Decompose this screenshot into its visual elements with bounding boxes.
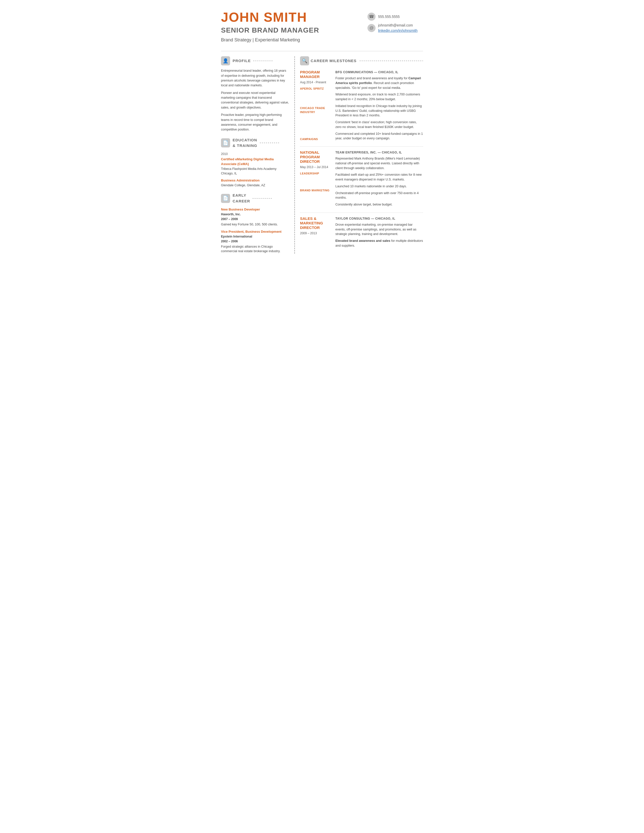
education-section-title: EDUCATION& TRAINING: [233, 137, 280, 149]
milestone-left-2: NATIONAL PROGRAMDIRECTOR May 2013 – Jul …: [300, 150, 335, 209]
linkedin-link[interactable]: linkedin.com/in/johnsmith: [378, 29, 417, 32]
profile-para-1: Entrepreneurial brand leader, offering 1…: [221, 68, 289, 88]
edu-degree-name: Business Administration: [221, 178, 289, 183]
bullet-2-2: Facilitated swift start-up and 25%+ conv…: [335, 172, 423, 182]
profile-section-title: PROFILE: [233, 58, 274, 64]
early-job-title-1: New Business Developer: [221, 207, 289, 212]
bullet-1-1: Foster product and brand awareness and l…: [335, 76, 423, 90]
job-tag-2b: BRAND MARKETING: [300, 188, 335, 193]
early-job-desc-1: Gained key Fortune 50, 100, 500 clients.: [221, 222, 289, 227]
milestone-right-2: TEAM ENTERPRISES, INC. — CHICAGO, IL Rep…: [335, 150, 423, 209]
profile-para-3: Proactive leader, preparing high-perform…: [221, 113, 289, 132]
early-career-section: 📄 EARLYCAREER New Business Developer Haw…: [221, 193, 289, 254]
main-content: 👤 PROFILE Entrepreneurial brand leader, …: [221, 56, 423, 254]
company-2: TEAM ENTERPRISES, INC. — CHICAGO, IL: [335, 150, 423, 155]
candidate-title: SENIOR BRAND MANAGER: [221, 25, 319, 35]
early-job-1: New Business Developer Haworth, Inc. 200…: [221, 207, 289, 227]
profile-paragraphs: Entrepreneurial brand leader, offering 1…: [221, 68, 289, 132]
phone-number: 555.555.5555: [378, 14, 400, 19]
bullet-2-4: Orchestrated off-premise program with ov…: [335, 191, 423, 200]
early-job-desc-2: Forged strategic alliances in Chicago co…: [221, 244, 289, 254]
job-tag-1a: APEROL SPRITZ: [300, 87, 335, 91]
candidate-subtitle: Brand Strategy | Experiential Marketing: [221, 37, 319, 43]
bullet-3-1: Drove experiential marketing, on-premise…: [335, 222, 423, 236]
bullet-1-2: Widened brand exposure, on track to reac…: [335, 92, 423, 102]
edu-degree-school: Glendale College, Glendale, AZ: [221, 183, 289, 188]
early-job-title-2: Vice President, Business Development: [221, 229, 289, 234]
phone-icon: ☎: [367, 13, 375, 21]
edu-school-1: Tribeca Flashpoint Media Arts Academy: [221, 167, 289, 171]
bullet-3-2: Elevated brand awareness and sales for m…: [335, 238, 423, 248]
edu-location-1: Chicago, IL: [221, 171, 289, 176]
education-section-header: 📄 EDUCATION& TRAINING: [221, 137, 289, 149]
right-column: 🔍 CAREER MILESTONES PROGRAMMANAGER Aug 2…: [294, 56, 423, 254]
early-career-title: EARLYCAREER: [233, 193, 273, 204]
early-job-dates-2: 2002 – 2006: [221, 239, 289, 244]
edu-cert-1: Certified eMarketing Digital Media Assoc…: [221, 157, 289, 167]
job-title-3: SALES & MARKETINGDIRECTOR: [300, 216, 335, 230]
profile-section-header: 👤 PROFILE: [221, 56, 289, 65]
job-dates-2: May 2013 – Jul 2014: [300, 165, 335, 169]
milestone-left-3: SALES & MARKETINGDIRECTOR 2009 – 2013: [300, 216, 335, 250]
milestone-right-1: BFG COMMUNICATIONS — CHICAGO, IL Foster …: [335, 70, 423, 143]
edu-year-1: 2010: [221, 152, 289, 156]
bullet-2-3: Launched 10 markets nationwide in under …: [335, 184, 423, 189]
bullet-2-1: Represented Mark Anthony Brands (Mike's …: [335, 156, 423, 170]
position-sales-director: SALES & MARKETINGDIRECTOR 2009 – 2013 TA…: [300, 216, 423, 250]
milestones-header: 🔍 CAREER MILESTONES: [300, 56, 423, 65]
company-3: TAYLOR CONSULTING — CHICAGO, IL: [335, 216, 423, 221]
education-section: 📄 EDUCATION& TRAINING 2010 Certified eMa…: [221, 137, 289, 188]
email-address: johnsmith@email.com: [378, 23, 417, 28]
education-icon: 📄: [221, 138, 230, 148]
header-contact: ☎ 555.555.5555 @ johnsmith@email.com lin…: [367, 13, 423, 33]
milestone-left-1: PROGRAMMANAGER Aug 2014 - Present APEROL…: [300, 70, 335, 143]
early-job-dates-1: 2007 – 2009: [221, 217, 289, 221]
divider-2: [300, 212, 423, 213]
bullet-1-3: Initiated brand recognition in Chicago t…: [335, 104, 423, 118]
milestones-dashes: [360, 61, 423, 61]
early-career-icon: 📄: [221, 194, 230, 203]
candidate-name: JOHN SMITH: [221, 10, 319, 24]
early-career-header: 📄 EARLYCAREER: [221, 193, 289, 204]
bullet-2-5: Consistently above target, below budget.: [335, 202, 423, 207]
early-job-company-2: Epstein International: [221, 234, 289, 239]
header-left: JOHN SMITH SENIOR BRAND MANAGER Brand St…: [221, 10, 319, 43]
position-program-manager: PROGRAMMANAGER Aug 2014 - Present APEROL…: [300, 70, 423, 143]
position-national-director: NATIONAL PROGRAMDIRECTOR May 2013 – Jul …: [300, 150, 423, 209]
education-item-1: 2010 Certified eMarketing Digital Media …: [221, 152, 289, 176]
job-tag-1c: CAMPAIGNS: [300, 137, 335, 142]
education-degree: Business Administration Glendale College…: [221, 178, 289, 188]
bullet-1-4: Consistent 'best in class' execution; hi…: [335, 120, 423, 130]
profile-para-2: Pioneer and execute novel experiential m…: [221, 91, 289, 110]
left-column: 👤 PROFILE Entrepreneurial brand leader, …: [221, 56, 294, 254]
header: JOHN SMITH SENIOR BRAND MANAGER Brand St…: [221, 10, 423, 43]
email-contact: @ johnsmith@email.com linkedin.com/in/jo…: [367, 23, 423, 33]
job-dates-1: Aug 2014 - Present: [300, 80, 335, 85]
milestones-title: CAREER MILESTONES: [311, 58, 357, 64]
milestone-right-3: TAYLOR CONSULTING — CHICAGO, IL Drove ex…: [335, 216, 423, 250]
early-job-company-1: Haworth, Inc.: [221, 212, 289, 217]
bullet-1-5: Commenced and completed 10+ brand-funded…: [335, 132, 423, 141]
job-tag-2a: LEADERSHIP: [300, 171, 335, 176]
company-1: BFG COMMUNICATIONS — CHICAGO, IL: [335, 70, 423, 74]
job-title-1: PROGRAMMANAGER: [300, 70, 335, 79]
email-icon: @: [367, 24, 375, 32]
job-tag-1b: CHICAGO TRADE INDUSTRY: [300, 106, 335, 114]
job-title-2: NATIONAL PROGRAMDIRECTOR: [300, 150, 335, 164]
job-dates-3: 2009 – 2013: [300, 231, 335, 235]
early-job-2: Vice President, Business Development Eps…: [221, 229, 289, 254]
profile-icon: 👤: [221, 56, 230, 65]
divider-1: [300, 146, 423, 147]
milestones-icon: 🔍: [300, 56, 309, 65]
phone-contact: ☎ 555.555.5555: [367, 13, 423, 21]
